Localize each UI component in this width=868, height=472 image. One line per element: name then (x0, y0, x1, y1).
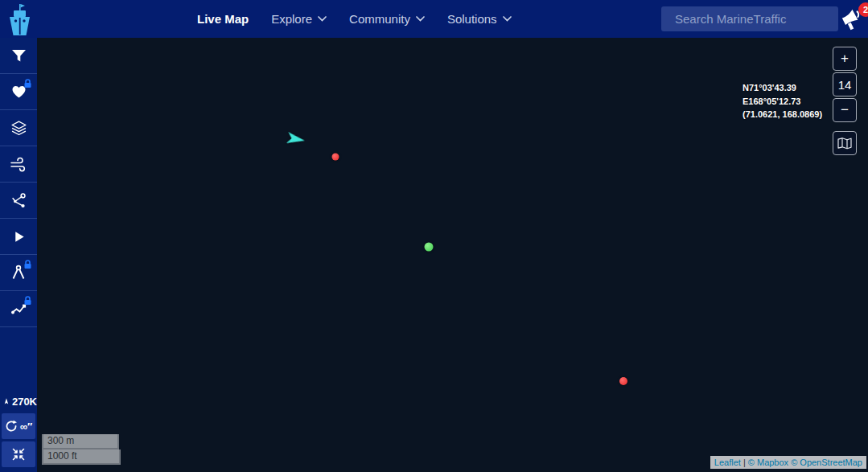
zoom-control: + 14 − (833, 47, 857, 157)
navbar: Live Map Explore Community Solutions (0, 0, 868, 38)
expand-map-button[interactable] (2, 441, 35, 467)
notification-badge: 2 (858, 2, 868, 17)
chevron-down-icon (503, 16, 512, 22)
search-box (661, 6, 838, 31)
play-icon (11, 229, 27, 244)
zoom-in-button[interactable]: + (833, 47, 857, 71)
nav-label: Solutions (447, 12, 497, 26)
search-input[interactable] (675, 12, 835, 26)
routes-network-icon (10, 192, 27, 209)
sidebar-item-favorites[interactable] (0, 74, 37, 110)
auto-refresh-button[interactable]: ∞″ (2, 413, 35, 439)
vessel-marker-moving-vessel[interactable] (425, 243, 434, 252)
map-icon (837, 137, 852, 150)
sidebar-spacer (0, 327, 37, 392)
nav-item-live-map[interactable]: Live Map (197, 12, 249, 26)
nav-label: Explore (271, 12, 312, 26)
sidebar-item-filters[interactable] (0, 38, 37, 74)
map-attribution: Leaflet | © Mapbox © OpenStreetMap (710, 456, 866, 469)
sidebar-item-measure[interactable] (0, 255, 37, 291)
coordinate-decimal: (71.0621, 168.0869) (743, 108, 822, 121)
vessel-marker-stopped-vessel[interactable] (619, 377, 627, 385)
sidebar: 270K ∞″ (0, 38, 37, 472)
minimap-toggle-button[interactable] (833, 131, 857, 155)
vessel-count-icon (4, 395, 9, 408)
marinetraffic-logo[interactable] (2, 2, 38, 37)
sidebar-item-routes[interactable] (0, 183, 37, 219)
nav-item-community[interactable]: Community (349, 12, 425, 26)
vessel-counter: 270K (0, 392, 37, 411)
nav-label: Community (349, 12, 410, 26)
expand-arrows-icon (11, 447, 26, 462)
chevron-down-icon (416, 16, 425, 22)
zoom-out-button[interactable]: − (833, 98, 857, 122)
sidebar-item-layers[interactable] (0, 110, 37, 146)
main-nav: Live Map Explore Community Solutions (197, 0, 512, 38)
lock-icon (23, 77, 32, 92)
lock-icon (23, 294, 32, 309)
attribution-separator: | (743, 458, 746, 467)
notifications-button[interactable]: 2 (839, 5, 866, 35)
scale-imperial: 1000 ft (42, 449, 121, 465)
vessel-count-value: 270K (12, 396, 37, 408)
sidebar-item-playback[interactable] (0, 219, 37, 255)
lock-icon (23, 258, 32, 273)
mapbox-link[interactable]: © Mapbox (748, 458, 788, 467)
vessel-marker-stopped-vessel[interactable] (332, 154, 339, 161)
scale-metric: 300 m (42, 434, 119, 449)
coordinate-lon: E168°05'12.73 (743, 95, 822, 109)
map-canvas[interactable]: N71°03'43.39 E168°05'12.73 (71.0621, 168… (37, 38, 868, 472)
nav-item-explore[interactable]: Explore (271, 12, 327, 26)
sidebar-item-statistics[interactable] (0, 291, 37, 327)
leaflet-link[interactable]: Leaflet (714, 458, 741, 467)
nav-label: Live Map (197, 12, 249, 26)
cursor-coordinates: N71°03'43.39 E168°05'12.73 (71.0621, 168… (743, 81, 822, 121)
osm-link[interactable]: © OpenStreetMap (791, 458, 862, 467)
zoom-level: 14 (833, 72, 857, 96)
coordinate-lat: N71°03'43.39 (743, 81, 822, 95)
map-scale-control: 300 m 1000 ft (42, 434, 121, 465)
refresh-interval-label: ∞″ (20, 421, 33, 433)
chevron-down-icon (318, 16, 327, 22)
refresh-icon (5, 420, 18, 433)
vessel-marker-moving-vessel[interactable] (287, 133, 305, 145)
sidebar-item-weather[interactable] (0, 146, 37, 183)
nav-item-solutions[interactable]: Solutions (447, 12, 512, 26)
layers-icon (10, 120, 27, 137)
filter-icon (10, 47, 27, 64)
wind-icon (10, 156, 27, 173)
